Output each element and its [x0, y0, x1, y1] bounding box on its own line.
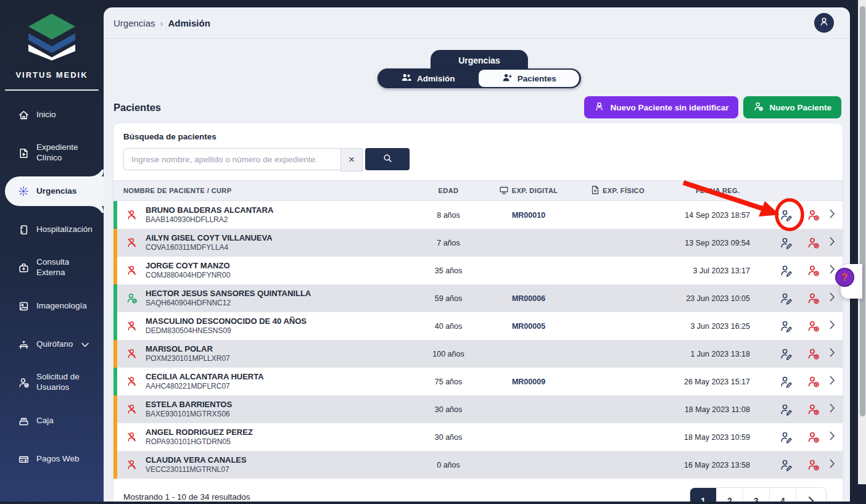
edit-patient-icon[interactable]	[780, 347, 793, 361]
row-chevron-icon[interactable]	[830, 292, 835, 304]
patient-name: HECTOR JESUS SANSORES QUINTANILLA	[146, 289, 414, 299]
table-row[interactable]: ANGEL RODRIGUEZ PEREZ ROPA930101HGTDRN05…	[113, 423, 843, 451]
search-input[interactable]	[123, 148, 340, 170]
tab-pacientes[interactable]: Pacientes	[479, 70, 580, 87]
sidebar-item-urgencias[interactable]: Urgencias	[5, 176, 104, 206]
edit-patient-icon[interactable]	[780, 375, 793, 389]
virtus-medik-logo-icon	[0, 12, 104, 63]
sidebar-item-consulta-externa[interactable]: Consulta Externa	[0, 249, 104, 287]
table-row[interactable]: HECTOR JESUS SANSORES QUINTANILLA SAQH64…	[113, 284, 843, 312]
table-row[interactable]: MARISOL POLAR POXM230101MPLLXR07 100 año…	[113, 340, 843, 368]
tab-group-label: Urgencias	[431, 50, 528, 71]
registration-date: 26 May 2023 15:17	[661, 378, 778, 386]
search-button[interactable]	[365, 148, 410, 170]
breadcrumb-root[interactable]: Urgencias	[113, 18, 155, 28]
remove-patient-icon[interactable]	[807, 403, 820, 416]
table-row[interactable]: ESTELA BARRIENTOS BAXE930101MGTRXS06 30 …	[113, 395, 843, 423]
table-row[interactable]: BRUNO BALDERAS ALCANTARA BAAB140930HDFLL…	[113, 201, 843, 229]
table-row[interactable]: CLAUDIA VERA CANALES VECC230111MGTRNL07 …	[113, 451, 843, 479]
edit-patient-icon[interactable]	[780, 236, 793, 250]
search-section: Búsqueda de pacientes ×	[113, 123, 843, 180]
edit-patient-icon[interactable]	[780, 264, 793, 278]
new-unidentified-patient-button[interactable]: Nuevo Paciente sin identificar	[584, 96, 738, 118]
table-row[interactable]: JORGE COYT MANZO COMJ880404HDFYNR00 35 a…	[113, 257, 843, 284]
next-page-button[interactable]	[796, 488, 826, 502]
sidebar-item-quirofano[interactable]: Quirófano	[0, 325, 104, 363]
tab-admision[interactable]: Admisión	[377, 68, 479, 88]
row-chevron-icon[interactable]	[830, 403, 835, 415]
remove-patient-icon[interactable]	[807, 375, 820, 389]
table-row[interactable]: CECILIA ALCANTARA HUERTA AAHC480221MDFLR…	[113, 368, 843, 395]
sidebar-item-expediente-clinico[interactable]: Expediente Clínico	[0, 134, 104, 172]
page-button-3[interactable]: 3	[743, 488, 770, 502]
remove-patient-icon[interactable]	[807, 431, 820, 444]
results-summary: Mostrando 1 - 10 de 34 resultados	[123, 487, 250, 502]
table-row[interactable]: MASCULINO DESCONOCIDO DE 40 AÑOS DEDM830…	[113, 312, 843, 340]
remove-patient-icon[interactable]	[807, 264, 820, 278]
column-header-exp-digital[interactable]: EXP. DIGITAL	[482, 186, 575, 196]
remove-patient-icon[interactable]	[807, 236, 820, 250]
patient-unidentified-icon	[126, 209, 138, 221]
patient-identified-icon	[126, 292, 138, 304]
row-chevron-icon[interactable]	[830, 459, 835, 471]
row-chevron-icon[interactable]	[830, 431, 835, 443]
patient-curp: ROPA930101HGTDRN05	[146, 437, 414, 447]
registration-date: 13 Sep 2023 09:54	[661, 239, 778, 247]
row-chevron-icon[interactable]	[830, 320, 835, 332]
remove-patient-icon[interactable]	[807, 209, 820, 222]
patient-unidentified-icon	[126, 237, 138, 249]
patient-age: 30 años	[414, 433, 482, 442]
question-mark-icon: ?	[842, 272, 848, 283]
registration-date: 16 May 2023 13:58	[661, 461, 778, 469]
sidebar-item-hospitalizacion[interactable]: Hospitalización	[0, 210, 104, 249]
row-chevron-icon[interactable]	[830, 265, 835, 276]
exp-digital-value: MR00010	[482, 211, 575, 220]
scrollbar-track[interactable]	[858, 0, 866, 487]
patient-name: ANGEL RODRIGUEZ PEREZ	[146, 428, 414, 437]
column-header-exp-fisico[interactable]: EXP. FÍSICO	[575, 186, 661, 196]
remove-patient-icon[interactable]	[807, 320, 820, 333]
row-chevron-icon[interactable]	[830, 209, 835, 221]
table-body: BRUNO BALDERAS ALCANTARA BAAB140930HDFLL…	[113, 201, 843, 479]
column-header-age[interactable]: EDAD	[414, 187, 482, 194]
column-header-fecha[interactable]: FECHA REG.	[661, 187, 778, 194]
remove-patient-icon[interactable]	[807, 292, 820, 305]
search-label: Búsqueda de pacientes	[123, 132, 833, 141]
remove-patient-icon[interactable]	[807, 458, 820, 472]
help-button[interactable]: ?	[835, 268, 854, 287]
sidebar-item-inicio[interactable]: Inicio	[0, 96, 104, 134]
cash-register-icon	[17, 415, 30, 427]
user-avatar-button[interactable]	[814, 13, 834, 33]
page-button-2[interactable]: 2	[717, 488, 743, 502]
page-button-4[interactable]: 4	[770, 488, 796, 502]
edit-patient-icon[interactable]	[780, 431, 793, 444]
row-chevron-icon[interactable]	[830, 348, 835, 360]
edit-patient-icon[interactable]	[780, 209, 793, 222]
patient-unidentified-icon	[126, 376, 138, 387]
sidebar-item-label: Urgencias	[36, 186, 76, 197]
clear-search-button[interactable]: ×	[340, 148, 363, 171]
page-button-1[interactable]: 1	[690, 488, 717, 502]
new-patient-button[interactable]: Nuevo Paciente	[743, 96, 841, 118]
edit-patient-icon[interactable]	[780, 458, 793, 472]
sidebar-item-pagos-web[interactable]: Pagos Web	[0, 440, 104, 478]
table-row[interactable]: AILYN GISEL COYT VILLANUEVA COVA160311MD…	[113, 229, 843, 257]
patient-name: AILYN GISEL COYT VILLANUEVA	[146, 233, 414, 243]
remove-patient-icon[interactable]	[807, 347, 820, 361]
pagination: 1234	[690, 487, 827, 502]
edit-patient-icon[interactable]	[780, 403, 793, 416]
edit-patient-icon[interactable]	[780, 320, 793, 333]
patient-age: 100 años	[414, 350, 482, 358]
sidebar-item-label: Caja	[36, 416, 54, 426]
column-header-name[interactable]: NOMBRE DE PACIENTE / CURP	[113, 187, 414, 194]
sidebar-item-caja[interactable]: Caja	[0, 402, 104, 440]
sidebar-item-imagenologia[interactable]: Imagenología	[0, 287, 104, 325]
scrollbar-thumb[interactable]	[860, 6, 865, 416]
patient-age: 8 años	[414, 211, 482, 220]
edit-patient-icon[interactable]	[780, 292, 793, 305]
row-chevron-icon[interactable]	[830, 237, 835, 249]
row-chevron-icon[interactable]	[830, 376, 835, 387]
user-request-icon	[17, 376, 30, 389]
sidebar-item-solicitud-de-usuarios[interactable]: Solicitud de Usuarios	[0, 363, 104, 402]
document-icon	[592, 186, 599, 196]
